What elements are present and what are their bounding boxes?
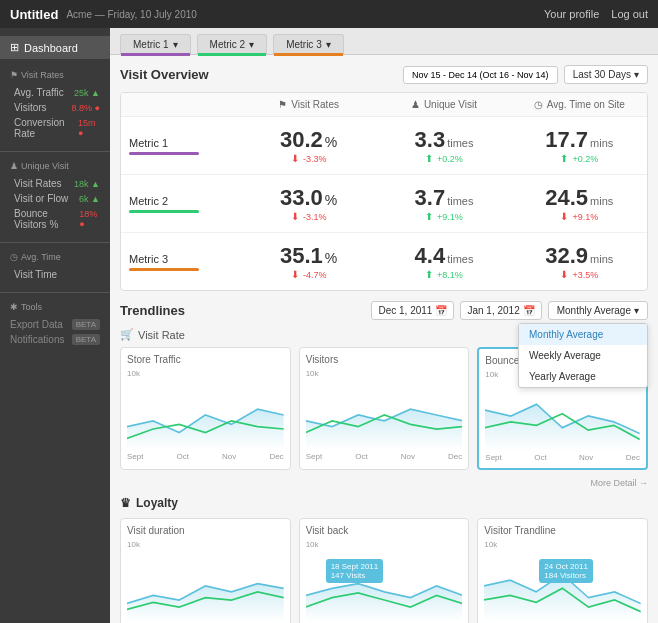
topbar: Untitled Acme — Friday, 10 July 2010 You…: [0, 0, 658, 28]
cart-icon: 🛒: [120, 328, 134, 341]
metric-tab-1-chevron: ▾: [173, 39, 178, 50]
period-dropdown-panel: Monthly Average Weekly Average Yearly Av…: [518, 323, 648, 388]
chart-visitor-trandline-y-max: 10k: [484, 540, 641, 549]
sidebar-item-visit-time[interactable]: Visit Time: [0, 267, 110, 282]
metric2-label-cell: Metric 2: [121, 175, 241, 232]
loyalty-icon: ♛: [120, 496, 131, 510]
topbar-left: Untitled Acme — Friday, 10 July 2010: [10, 7, 197, 22]
end-date-input[interactable]: Jan 1, 2012 📅: [460, 301, 541, 320]
topbar-meta: Acme — Friday, 10 July 2010: [66, 9, 196, 20]
sidebar-item-avg-traffic[interactable]: Avg. Traffic 25k ▲: [0, 85, 110, 100]
flag-icon: ⚑: [10, 70, 18, 80]
metric3-avg-time-unit: mins: [590, 253, 613, 265]
loyalty-title: Loyalty: [136, 496, 178, 510]
period-option-weekly[interactable]: Weekly Average: [519, 345, 647, 366]
metric3-unique-visit-cell: 4.4 times ⬆ +8.1%: [376, 233, 511, 290]
conversion-badge: 15m ●: [78, 118, 100, 138]
overview-col-unique-visit: ♟ Unique Visit: [376, 93, 511, 116]
metric2-visit-rates-value: 33.0: [280, 185, 323, 211]
trendlines-header: Trendlines Dec 1, 2011 📅 Jan 1, 2012 📅 M…: [120, 301, 648, 320]
metric2-unique-visit-unit: times: [447, 195, 473, 207]
metric3-avg-time-value: 32.9: [545, 243, 588, 269]
metric1-bar: [129, 152, 199, 155]
overview-col-visit-rates: ⚑ Visit Rates: [241, 93, 376, 116]
metric3-visit-rates-value: 35.1: [280, 243, 323, 269]
overview-row-metric1: Metric 1 30.2 % ⬇ -3.3%: [121, 117, 647, 175]
metric1-visit-rates-change: ⬇ -3.3%: [291, 153, 327, 164]
period-label: Last 30 Days: [573, 69, 631, 80]
sidebar-item-bounce-visitors[interactable]: Bounce Visitors % 18% ●: [0, 206, 110, 232]
sidebar-divider-1: [0, 151, 110, 152]
period-dropdown[interactable]: Last 30 Days ▾: [564, 65, 648, 84]
metric-tab-3-chevron: ▾: [326, 39, 331, 50]
visit-back-tooltip: 18 Sept 2011147 Visits: [326, 559, 384, 583]
chart-store-traffic-title: Store Traffic: [127, 354, 284, 365]
metric-tab-1[interactable]: Metric 1 ▾: [120, 34, 191, 54]
overview-table: ⚑ Visit Rates ♟ Unique Visit ◷ Avg. Time…: [120, 92, 648, 291]
start-date-input[interactable]: Dec 1, 2011 📅: [371, 301, 454, 320]
avg-time-col-icon: ◷: [534, 99, 543, 110]
metric2-unique-visit-cell: 3.7 times ⬆ +9.1%: [376, 175, 511, 232]
chart-visitors-axis: Sept Oct Nov Dec: [306, 452, 463, 461]
chart-visit-duration: Visit duration 10k: [120, 518, 291, 623]
person-icon: ♟: [10, 161, 18, 171]
metric2-unique-visit-value: 3.7: [415, 185, 446, 211]
sidebar-item-export-data[interactable]: Export Data BETA: [0, 317, 110, 332]
more-detail-link[interactable]: More Detail →: [120, 478, 648, 488]
visit-rates-badge: 18k ▲: [74, 179, 100, 189]
metric1-unique-visit-change: ⬆ +0.2%: [425, 153, 463, 164]
period-option-monthly[interactable]: Monthly Average: [519, 324, 647, 345]
visitors-badge: 8.8% ●: [72, 103, 100, 113]
metric2-label: Metric 2: [129, 195, 233, 207]
period-select-btn[interactable]: Monthly Average ▾: [548, 301, 648, 320]
overview-col-empty: [121, 93, 241, 116]
chart-visit-duration-y-max: 10k: [127, 540, 284, 549]
notifications-tag: BETA: [72, 334, 100, 345]
overview-col-avg-time: ◷ Avg. Time on Site: [512, 93, 647, 116]
dashboard-nav-item[interactable]: ⊞ Dashboard: [0, 36, 110, 59]
sidebar: ⊞ Dashboard ⚑ Visit Rates Avg. Traffic 2…: [0, 28, 110, 623]
metric-tab-1-label: Metric 1: [133, 39, 169, 50]
sidebar-item-visitors[interactable]: Visitors 8.8% ●: [0, 100, 110, 115]
metric3-label: Metric 3: [129, 253, 233, 265]
sidebar-item-visit-or-flow[interactable]: Visit or Flow 6k ▲: [0, 191, 110, 206]
logout-link[interactable]: Log out: [611, 8, 648, 20]
metric-tab-3[interactable]: Metric 3 ▾: [273, 34, 344, 54]
period-chevron: ▾: [634, 69, 639, 80]
chart-visit-back-y-max: 10k: [306, 540, 463, 549]
metrics-tabs: Metric 1 ▾ Metric 2 ▾ Metric 3 ▾: [110, 28, 658, 55]
date-controls: Nov 15 - Dec 14 (Oct 16 - Nov 14) Last 3…: [403, 65, 648, 84]
metric2-unique-visit-change: ⬆ +9.1%: [425, 211, 463, 222]
chart-visitor-trandline-title: Visitor Trandline: [484, 525, 641, 536]
chart-store-traffic-axis: Sept Oct Nov Dec: [127, 452, 284, 461]
visit-flow-badge: 6k ▲: [79, 194, 100, 204]
period-select-dropdown[interactable]: Monthly Average ▾ Monthly Average Weekly…: [548, 301, 648, 320]
metric3-bar: [129, 268, 199, 271]
sidebar-item-notifications[interactable]: Notifications BETA: [0, 332, 110, 347]
visit-rate-text: Visit Rate: [138, 329, 185, 341]
avg-traffic-badge: 25k ▲: [74, 88, 100, 98]
metric3-avg-time-change: ⬇ +3.5%: [560, 269, 598, 280]
metric2-visit-rates-cell: 33.0 % ⬇ -3.1%: [241, 175, 376, 232]
metric2-avg-time-value: 24.5: [545, 185, 588, 211]
overview-table-header: ⚑ Visit Rates ♟ Unique Visit ◷ Avg. Time…: [121, 93, 647, 117]
sidebar-item-conversion-rate[interactable]: Conversion Rate 15m ●: [0, 115, 110, 141]
sidebar-item-visit-rates[interactable]: Visit Rates 18k ▲: [0, 176, 110, 191]
chart-visit-back-area: 18 Sept 2011147 Visits: [306, 551, 463, 621]
visit-overview-header: Visit Overview Nov 15 - Dec 14 (Oct 16 -…: [120, 65, 648, 84]
chart-visitors: Visitors 10k: [299, 347, 470, 470]
chart-bounce-rate-axis: Sept Oct Nov Dec: [485, 453, 640, 462]
your-profile-link[interactable]: Your profile: [544, 8, 599, 20]
metric1-visit-rates-cell: 30.2 % ⬇ -3.3%: [241, 117, 376, 174]
period-option-yearly[interactable]: Yearly Average: [519, 366, 647, 387]
metric3-unique-visit-change: ⬆ +8.1%: [425, 269, 463, 280]
date-range-display[interactable]: Nov 15 - Dec 14 (Oct 16 - Nov 14): [403, 66, 558, 84]
sidebar-section-unique-visit: ♟ Unique Visit Visit Rates 18k ▲ Visit o…: [0, 158, 110, 232]
metric1-avg-time-change: ⬆ +0.2%: [560, 153, 598, 164]
metric1-label-cell: Metric 1: [121, 117, 241, 174]
chart-store-traffic-area: [127, 380, 284, 450]
metric-tab-2[interactable]: Metric 2 ▾: [197, 34, 268, 54]
tools-icon: ✱: [10, 302, 18, 312]
content-area: Visit Overview Nov 15 - Dec 14 (Oct 16 -…: [110, 55, 658, 623]
chart-visitor-trandline: Visitor Trandline 10k: [477, 518, 648, 623]
